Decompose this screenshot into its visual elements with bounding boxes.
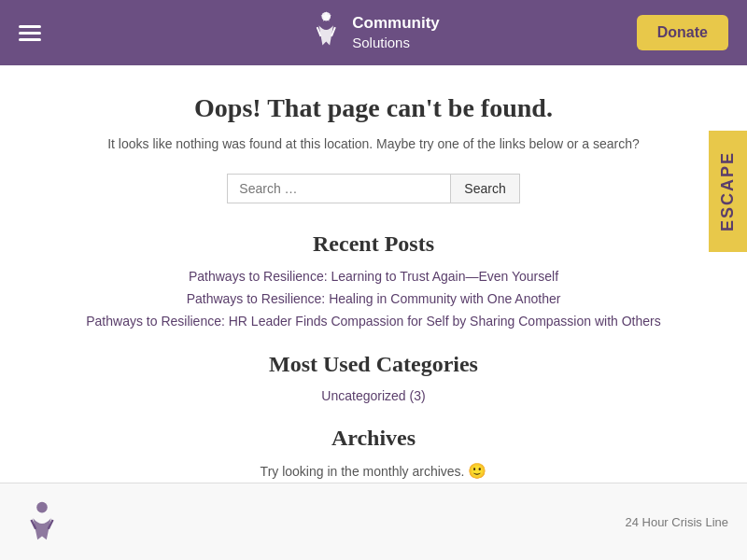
- escape-button[interactable]: ESCAPE: [709, 131, 747, 252]
- categories-title: Most Used Categories: [37, 352, 710, 377]
- search-input[interactable]: [227, 174, 451, 203]
- footer-logo-icon: [19, 498, 65, 545]
- search-form: Search: [37, 174, 710, 203]
- post-link[interactable]: Pathways to Resilience: Healing in Commu…: [187, 291, 561, 306]
- site-header: Community Solutions Donate: [0, 0, 747, 65]
- archives-description: Try looking in the monthly archives. 🙂: [37, 462, 710, 480]
- categories-list: Uncategorized (3): [37, 388, 710, 403]
- logo-text: Community Solutions: [352, 13, 440, 52]
- site-footer: 24 Hour Crisis Line: [0, 483, 747, 560]
- recent-posts-list: Pathways to Resilience: Learning to Trus…: [37, 268, 710, 329]
- archives-title: Archives: [37, 426, 710, 451]
- category-link[interactable]: Uncategorized (3): [321, 388, 425, 403]
- search-button[interactable]: Search: [451, 174, 519, 203]
- list-item: Pathways to Resilience: Learning to Trus…: [37, 268, 710, 285]
- smiley-icon: 🙂: [468, 463, 486, 479]
- logo-icon: [307, 9, 345, 56]
- donate-button[interactable]: Donate: [637, 15, 728, 50]
- list-item: Pathways to Resilience: Healing in Commu…: [37, 290, 710, 307]
- list-item: Pathways to Resilience: HR Leader Finds …: [37, 313, 710, 329]
- error-subtitle: It looks like nothing was found at this …: [37, 136, 710, 151]
- error-title: Oops! That page can't be found.: [37, 93, 710, 123]
- list-item: Uncategorized (3): [37, 388, 710, 403]
- site-logo[interactable]: Community Solutions: [307, 9, 440, 56]
- svg-point-2: [36, 502, 48, 513]
- post-link[interactable]: Pathways to Resilience: Learning to Trus…: [189, 269, 558, 284]
- menu-toggle[interactable]: [19, 25, 41, 41]
- post-link[interactable]: Pathways to Resilience: HR Leader Finds …: [86, 314, 661, 329]
- recent-posts-title: Recent Posts: [37, 231, 710, 257]
- footer-text: 24 Hour Crisis Line: [625, 515, 728, 529]
